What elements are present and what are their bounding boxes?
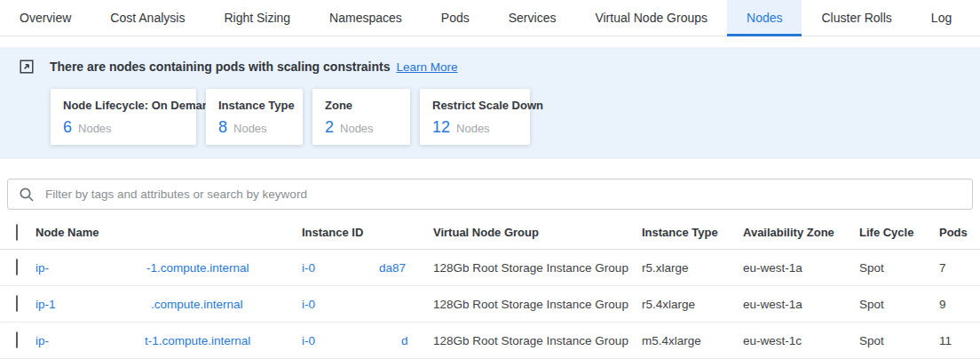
card-instance-type[interactable]: Instance Type 8 Nodes bbox=[206, 89, 303, 145]
scaling-constraints-panel: There are nodes containing pods with sca… bbox=[0, 47, 980, 159]
col-instance-type: Instance Type bbox=[642, 226, 743, 239]
life-cycle-value: Spot bbox=[859, 261, 939, 275]
pods-value: 7 bbox=[939, 261, 980, 275]
availability-zone-value: eu-west-1c bbox=[743, 334, 859, 347]
card-unit: Nodes bbox=[78, 122, 112, 135]
life-cycle-value: Spot bbox=[859, 334, 939, 347]
table-header-row: Node Name Instance ID Virtual Node Group… bbox=[0, 216, 980, 250]
virtual-node-group-value: 128Gb Root Storage Instance Group bbox=[433, 261, 642, 275]
col-availability-zone: Availability Zone bbox=[743, 226, 859, 239]
life-cycle-value: Spot bbox=[859, 298, 939, 311]
card-count: 2 bbox=[325, 118, 334, 137]
card-node-lifecycle-on-demand[interactable]: Node Lifecycle: On Demand 6 Nodes bbox=[51, 89, 196, 145]
select-all-checkbox[interactable] bbox=[16, 224, 18, 241]
table-row: ip-1 .compute.internal i-0 128Gb Root St… bbox=[0, 286, 980, 323]
card-title: Zone bbox=[325, 99, 398, 112]
card-title: Node Lifecycle: On Demand bbox=[63, 99, 184, 112]
col-pods: Pods bbox=[939, 226, 980, 239]
availability-zone-value: eu-west-1a bbox=[743, 261, 859, 275]
tab-right-sizing[interactable]: Right Sizing bbox=[204, 0, 310, 36]
node-name-link[interactable]: t-1.compute.internal bbox=[145, 334, 250, 347]
card-title: Restrict Scale Down bbox=[432, 99, 518, 112]
search-input[interactable] bbox=[43, 187, 961, 202]
col-instance-id: Instance ID bbox=[302, 226, 433, 239]
tab-bar: Overview Cost Analysis Right Sizing Name… bbox=[0, 0, 980, 36]
row-checkbox[interactable] bbox=[16, 259, 18, 275]
instance-type-value: r5.xlarge bbox=[642, 261, 743, 275]
tab-overview[interactable]: Overview bbox=[0, 0, 91, 36]
card-count: 12 bbox=[432, 118, 450, 137]
instance-id-link[interactable]: i-0 bbox=[302, 298, 315, 311]
card-count: 6 bbox=[63, 118, 72, 137]
virtual-node-group-value: 128Gb Root Storage Instance Group bbox=[433, 298, 642, 311]
instance-id-link[interactable]: d bbox=[401, 334, 408, 347]
tab-virtual-node-groups[interactable]: Virtual Node Groups bbox=[575, 0, 727, 36]
tab-namespaces[interactable]: Namespaces bbox=[310, 0, 422, 36]
summary-cards: Node Lifecycle: On Demand 6 Nodes Instan… bbox=[51, 89, 980, 145]
node-name-link[interactable]: ip- bbox=[36, 261, 49, 275]
alert-message: There are nodes containing pods with sca… bbox=[50, 60, 391, 74]
alert-row: There are nodes containing pods with sca… bbox=[20, 56, 980, 77]
node-name-link[interactable]: -1.compute.internal bbox=[146, 261, 249, 275]
card-zone[interactable]: Zone 2 Nodes bbox=[312, 89, 410, 145]
search-icon bbox=[19, 187, 35, 203]
table-row: ip- -1.compute.internal i-0 da87 128Gb R… bbox=[0, 250, 980, 286]
virtual-node-group-value: 128Gb Root Storage Instance Group bbox=[433, 334, 642, 347]
scale-out-icon bbox=[20, 60, 34, 74]
instance-id-link[interactable]: i-0 bbox=[302, 334, 315, 347]
instance-type-value: r5.4xlarge bbox=[642, 298, 743, 311]
card-unit: Nodes bbox=[456, 122, 490, 135]
pods-value: 9 bbox=[939, 298, 980, 311]
card-unit: Nodes bbox=[233, 122, 267, 135]
tab-cost-analysis[interactable]: Cost Analysis bbox=[91, 0, 204, 36]
card-unit: Nodes bbox=[340, 122, 374, 135]
pods-value: 11 bbox=[939, 334, 980, 347]
row-checkbox[interactable] bbox=[16, 295, 18, 312]
tab-pods[interactable]: Pods bbox=[422, 0, 489, 36]
learn-more-link[interactable]: Learn More bbox=[397, 60, 458, 74]
node-name-link[interactable]: ip-1 bbox=[36, 298, 56, 311]
filter-search-box[interactable] bbox=[7, 179, 973, 210]
availability-zone-value: eu-west-1a bbox=[743, 298, 859, 311]
card-count: 8 bbox=[218, 118, 227, 137]
instance-id-link[interactable]: da87 bbox=[379, 261, 406, 275]
row-checkbox[interactable] bbox=[16, 331, 18, 348]
tab-cluster-rolls[interactable]: Cluster Rolls bbox=[802, 0, 911, 36]
card-restrict-scale-down[interactable]: Restrict Scale Down 12 Nodes bbox=[420, 89, 530, 145]
tab-log[interactable]: Log bbox=[912, 0, 971, 36]
col-life-cycle: Life Cycle bbox=[859, 226, 939, 239]
table-row: ip- t-1.compute.internal i-0 d 128Gb Roo… bbox=[0, 323, 980, 359]
tab-nodes[interactable]: Nodes bbox=[727, 0, 802, 36]
node-name-link[interactable]: .compute.internal bbox=[151, 298, 243, 311]
tab-services[interactable]: Services bbox=[489, 0, 576, 36]
node-name-link[interactable]: ip- bbox=[36, 334, 49, 347]
col-node-name: Node Name bbox=[36, 226, 302, 239]
instance-id-link[interactable]: i-0 bbox=[302, 261, 315, 275]
nodes-table: Node Name Instance ID Virtual Node Group… bbox=[0, 216, 980, 359]
card-title: Instance Type bbox=[218, 99, 290, 112]
instance-type-value: m5.4xlarge bbox=[642, 334, 743, 347]
col-virtual-node-group: Virtual Node Group bbox=[433, 226, 642, 239]
